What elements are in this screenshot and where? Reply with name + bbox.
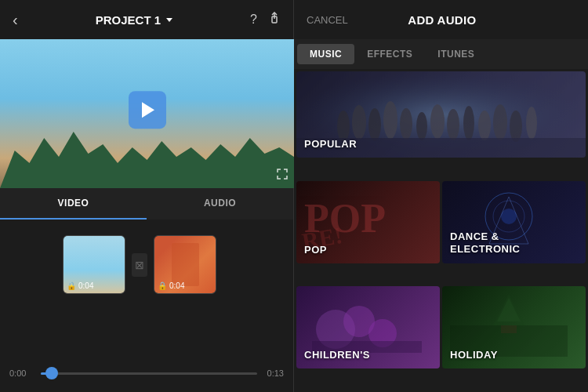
- audio-tab-effects[interactable]: EFFECTS: [354, 44, 425, 64]
- svg-point-13: [510, 111, 522, 142]
- add-audio-title: ADD AUDIO: [408, 13, 476, 27]
- svg-point-11: [478, 111, 491, 140]
- childrens-label: CHILDREN'S: [304, 349, 370, 361]
- music-card-dance[interactable]: DANCE &ELECTRONIC: [442, 181, 586, 263]
- clip-transition[interactable]: ⊠: [132, 253, 147, 277]
- timeline-area: 🔒 0:04 ⊠ 🔒 0:04 0:00: [0, 220, 293, 392]
- svg-point-8: [430, 104, 445, 139]
- svg-point-2: [337, 111, 350, 142]
- svg-point-7: [416, 112, 427, 140]
- music-card-holiday[interactable]: HOLIDAY: [442, 286, 586, 368]
- holiday-label: HOLIDAY: [450, 349, 498, 361]
- scrubber-track[interactable]: [41, 372, 257, 375]
- svg-point-4: [368, 108, 381, 141]
- play-triangle-icon: [142, 102, 154, 118]
- play-button[interactable]: [129, 91, 166, 129]
- header-actions: ?: [250, 12, 281, 27]
- video-preview: [0, 39, 294, 188]
- svg-point-10: [463, 106, 474, 140]
- clips-row: 🔒 0:04 ⊠ 🔒 0:04: [0, 220, 293, 302]
- left-header: ‹ PROJECT 1 ?: [0, 0, 293, 39]
- share-icon[interactable]: [268, 12, 281, 27]
- scrubber-row: 0:00 0:13: [0, 362, 293, 384]
- clip-2-duration: 🔒 0:04: [158, 281, 184, 290]
- svg-point-3: [352, 105, 366, 140]
- play-button-container: [129, 91, 166, 129]
- dance-label: DANCE &ELECTRONIC: [450, 230, 521, 255]
- tab-video[interactable]: VIDEO: [0, 188, 147, 220]
- cancel-button[interactable]: CANCEL: [307, 14, 348, 26]
- clip-2[interactable]: 🔒 0:04: [154, 235, 216, 294]
- project-title-label: PROJECT 1: [96, 13, 161, 27]
- tab-audio[interactable]: AUDIO: [147, 188, 293, 220]
- svg-point-14: [526, 107, 537, 140]
- right-panel: CANCEL ADD AUDIO MUSIC EFFECTS ITUNES: [294, 0, 588, 392]
- pop-label: POP: [304, 244, 327, 256]
- transition-icon: ⊠: [135, 259, 144, 271]
- audio-tab-itunes[interactable]: ITUNES: [425, 44, 487, 64]
- music-card-popular[interactable]: POPULAR: [296, 71, 586, 158]
- palm-silhouette: [0, 125, 294, 188]
- chevron-down-icon: [166, 18, 172, 22]
- audio-tab-music[interactable]: MUSIC: [297, 44, 354, 64]
- expand-icon[interactable]: [277, 169, 288, 182]
- music-grid: POPULAR POP RE! POP DANCE &E: [294, 69, 588, 392]
- end-time: 0:13: [263, 368, 284, 378]
- svg-point-9: [447, 109, 459, 140]
- svg-rect-29: [501, 325, 517, 333]
- svg-point-6: [400, 108, 412, 140]
- svg-point-12: [493, 104, 507, 140]
- audio-tabs: MUSIC EFFECTS ITUNES: [294, 39, 588, 69]
- right-header: CANCEL ADD AUDIO: [294, 0, 588, 39]
- lock-icon-2: 🔒: [158, 281, 167, 290]
- current-time: 0:00: [9, 368, 34, 378]
- clip-1-duration: 🔒 0:04: [67, 281, 93, 290]
- svg-point-5: [383, 101, 397, 139]
- music-card-pop[interactable]: POP RE! POP: [296, 181, 440, 263]
- lock-icon: 🔒: [67, 281, 76, 290]
- back-button[interactable]: ‹: [13, 11, 18, 29]
- clip-1[interactable]: 🔒 0:04: [63, 235, 125, 294]
- help-icon[interactable]: ?: [250, 13, 257, 27]
- project-title-button[interactable]: PROJECT 1: [96, 13, 172, 27]
- media-tabs: VIDEO AUDIO: [0, 188, 293, 220]
- svg-marker-28: [493, 294, 524, 325]
- music-card-childrens[interactable]: CHILDREN'S: [296, 286, 440, 368]
- scrubber-thumb[interactable]: [45, 367, 58, 379]
- left-panel: ‹ PROJECT 1 ?: [0, 0, 294, 392]
- popular-label: POPULAR: [304, 138, 357, 150]
